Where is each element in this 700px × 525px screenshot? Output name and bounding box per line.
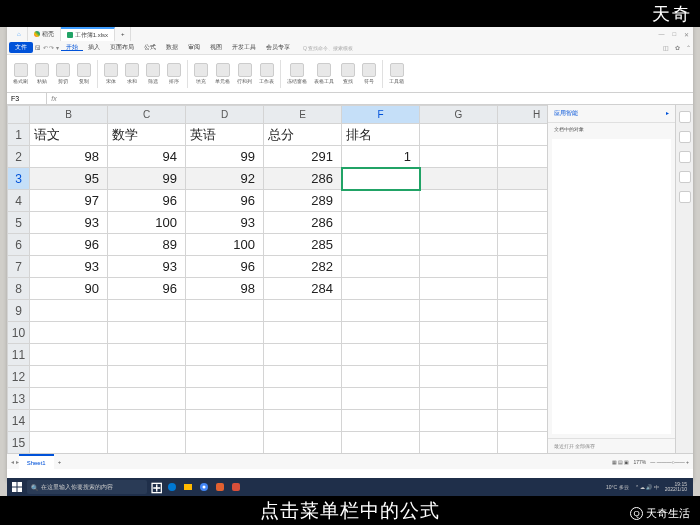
cell[interactable] xyxy=(498,146,548,168)
cell[interactable] xyxy=(420,168,498,190)
cell[interactable] xyxy=(498,278,548,300)
cell[interactable] xyxy=(186,410,264,432)
cell[interactable] xyxy=(420,234,498,256)
ribbon-button[interactable]: 符号 xyxy=(360,63,378,84)
menu-item[interactable]: 页面布局 xyxy=(105,44,139,50)
menu-item[interactable]: 插入 xyxy=(83,44,105,50)
ribbon-button[interactable]: 宋体 xyxy=(102,63,120,84)
wps-icon[interactable] xyxy=(229,480,243,494)
tool-icon[interactable] xyxy=(679,151,691,163)
row-header[interactable]: 7 xyxy=(8,256,30,278)
zoom-level[interactable]: 177% xyxy=(633,459,646,465)
panel-close-icon[interactable]: ▸ xyxy=(666,109,669,118)
menu-item[interactable]: 开始 xyxy=(61,44,83,51)
cell[interactable]: 96 xyxy=(108,278,186,300)
cell[interactable] xyxy=(420,410,498,432)
cell[interactable]: 排名 xyxy=(342,124,420,146)
row-header[interactable]: 2 xyxy=(8,146,30,168)
cell[interactable] xyxy=(264,300,342,322)
tray-icons[interactable]: ⌃ ☁ 🔊 中 xyxy=(635,484,659,490)
cell[interactable] xyxy=(30,432,108,454)
cell[interactable] xyxy=(108,388,186,410)
ribbon-button[interactable]: 剪切 xyxy=(54,63,72,84)
cell[interactable]: 语文 xyxy=(30,124,108,146)
cell[interactable] xyxy=(264,344,342,366)
cell[interactable] xyxy=(30,366,108,388)
cell[interactable] xyxy=(498,212,548,234)
menu-item[interactable]: 视图 xyxy=(205,44,227,50)
row-header[interactable]: 15 xyxy=(8,432,30,454)
edge-icon[interactable] xyxy=(165,480,179,494)
cell[interactable]: 98 xyxy=(186,278,264,300)
row-header[interactable]: 6 xyxy=(8,234,30,256)
cell[interactable] xyxy=(420,212,498,234)
row-header[interactable]: 3 xyxy=(8,168,30,190)
cell[interactable] xyxy=(498,388,548,410)
row-header[interactable]: 11 xyxy=(8,344,30,366)
cell[interactable] xyxy=(30,388,108,410)
cell[interactable] xyxy=(342,300,420,322)
sheet-nav[interactable]: ◂ ▸ xyxy=(11,458,19,465)
cell[interactable] xyxy=(342,234,420,256)
cell[interactable] xyxy=(186,388,264,410)
cell[interactable] xyxy=(264,322,342,344)
cell[interactable] xyxy=(498,234,548,256)
cell[interactable] xyxy=(342,256,420,278)
cell[interactable] xyxy=(108,322,186,344)
spreadsheet-grid[interactable]: BCDEFGHI1语文数学英语总分排名298949929113959992286… xyxy=(7,105,547,453)
explorer-icon[interactable] xyxy=(181,480,195,494)
cell[interactable] xyxy=(186,366,264,388)
app-icon[interactable] xyxy=(213,480,227,494)
cell[interactable] xyxy=(498,344,548,366)
cell[interactable]: 286 xyxy=(264,168,342,190)
cell[interactable]: 89 xyxy=(108,234,186,256)
cell[interactable]: 285 xyxy=(264,234,342,256)
cell[interactable]: 286 xyxy=(264,212,342,234)
cell[interactable]: 总分 xyxy=(264,124,342,146)
menu-item[interactable]: 开发工具 xyxy=(227,44,261,50)
cell[interactable]: 93 xyxy=(30,212,108,234)
task-view-icon[interactable]: ⊞ xyxy=(149,480,163,494)
cell[interactable] xyxy=(420,256,498,278)
cell[interactable]: 100 xyxy=(108,212,186,234)
tool-icon[interactable] xyxy=(679,191,691,203)
cell[interactable]: 96 xyxy=(108,190,186,212)
cell[interactable]: 284 xyxy=(264,278,342,300)
row-header[interactable]: 5 xyxy=(8,212,30,234)
cell[interactable] xyxy=(342,388,420,410)
cell[interactable]: 93 xyxy=(108,256,186,278)
cell[interactable] xyxy=(420,146,498,168)
cell[interactable] xyxy=(342,410,420,432)
cell[interactable] xyxy=(420,322,498,344)
row-header[interactable]: 8 xyxy=(8,278,30,300)
menu-item[interactable]: 数据 xyxy=(161,44,183,50)
view-icons[interactable]: ▦ ▤ ▣ xyxy=(612,459,630,465)
ribbon-button[interactable]: 工具箱 xyxy=(387,63,406,84)
weather[interactable]: 10°C 多云 xyxy=(606,484,629,490)
cell[interactable]: 291 xyxy=(264,146,342,168)
cell[interactable] xyxy=(264,410,342,432)
cell[interactable]: 95 xyxy=(30,168,108,190)
ribbon-button[interactable]: 筛选 xyxy=(144,63,162,84)
cell[interactable] xyxy=(186,300,264,322)
tab-workbook[interactable]: 工作簿1.xlsx xyxy=(61,27,115,41)
col-header[interactable]: D xyxy=(186,106,264,124)
cell[interactable]: 90 xyxy=(30,278,108,300)
cell[interactable] xyxy=(420,124,498,146)
share-icon[interactable]: ◫ xyxy=(663,44,669,51)
chrome-icon[interactable] xyxy=(197,480,211,494)
cell[interactable] xyxy=(498,432,548,454)
cell[interactable]: 100 xyxy=(186,234,264,256)
cell[interactable] xyxy=(498,366,548,388)
cell[interactable]: 1 xyxy=(342,146,420,168)
row-header[interactable]: 10 xyxy=(8,322,30,344)
cell[interactable]: 99 xyxy=(186,146,264,168)
cell[interactable]: 96 xyxy=(186,190,264,212)
ribbon-button[interactable]: 工作表 xyxy=(257,63,276,84)
cell[interactable]: 92 xyxy=(186,168,264,190)
col-header[interactable]: G xyxy=(420,106,498,124)
ribbon-button[interactable]: 求和 xyxy=(123,63,141,84)
menu-file[interactable]: 文件 xyxy=(9,42,33,53)
cell[interactable] xyxy=(30,322,108,344)
col-header[interactable]: B xyxy=(30,106,108,124)
